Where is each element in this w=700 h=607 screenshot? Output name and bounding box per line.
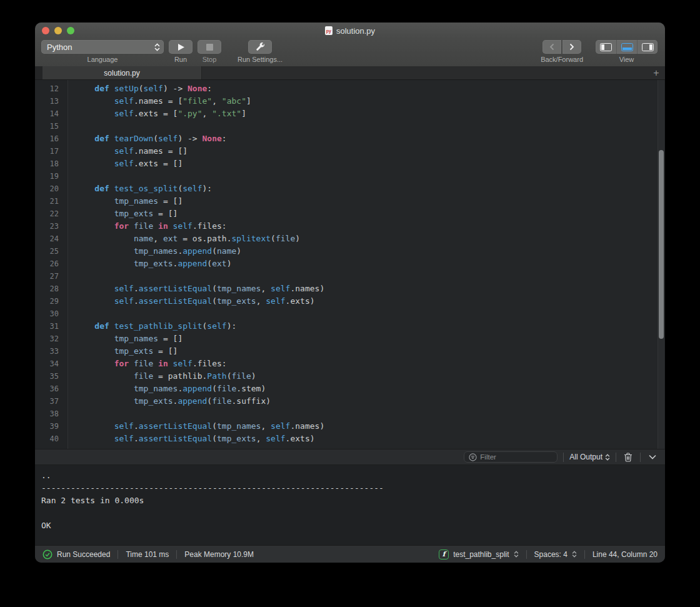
code-line[interactable]: self.names = [] — [75, 145, 665, 158]
back-forward-group: Back/Forward — [541, 40, 583, 63]
line-number: 29 — [35, 295, 59, 308]
code-line[interactable]: tmp_names.append(name) — [75, 245, 665, 258]
line-number: 14 — [35, 108, 59, 120]
chevron-right-icon — [569, 43, 575, 51]
code-line[interactable]: tmp_exts = [] — [75, 345, 665, 358]
add-tab-button[interactable]: + — [648, 66, 665, 79]
editor-scrollbar-thumb[interactable] — [659, 150, 664, 339]
code-line[interactable]: self.names = ["file", "abc"] — [75, 95, 665, 108]
title-bar[interactable]: py solution.py — [35, 23, 665, 39]
code-editor[interactable]: 1213141516171819202122232425262728293031… — [35, 80, 665, 449]
run-group: Run — [169, 40, 192, 63]
line-number: 17 — [35, 145, 59, 158]
stop-icon — [206, 44, 213, 51]
code-line[interactable]: file = pathlib.Path(file) — [75, 370, 665, 383]
line-number: 15 — [35, 120, 59, 133]
code-line[interactable]: tmp_names = [] — [75, 195, 665, 208]
line-number: 21 — [35, 195, 59, 208]
indentation-dropdown[interactable]: Spaces: 4 — [534, 550, 577, 559]
code-line[interactable]: tmp_names.append(file.stem) — [75, 383, 665, 395]
line-number: 37 — [35, 395, 59, 408]
run-button[interactable] — [169, 40, 192, 54]
line-number: 28 — [35, 283, 59, 295]
code-line[interactable] — [75, 170, 665, 183]
view-bottom-panel-button[interactable] — [616, 40, 637, 54]
app-window: py solution.py Python Language Run — [35, 23, 665, 563]
code-line[interactable]: def tearDown(self) -> None: — [75, 133, 665, 145]
python-file-icon: py — [325, 26, 332, 35]
code-line[interactable]: self.exts = [] — [75, 158, 665, 170]
code-line[interactable]: tmp_exts.append(ext) — [75, 258, 665, 270]
console-line: OK — [41, 519, 665, 532]
divider — [563, 453, 564, 462]
code-lines[interactable]: def setUp(self) -> None: self.names = ["… — [68, 80, 665, 449]
code-line[interactable] — [75, 270, 665, 283]
minimize-window-button[interactable] — [54, 27, 62, 34]
clear-console-button[interactable] — [622, 451, 634, 463]
main-toolbar: Python Language Run Stop — [35, 39, 665, 66]
code-line[interactable]: self.assertListEqual(tmp_names, self.nam… — [75, 420, 665, 433]
output-filter-value: All Output — [569, 453, 602, 461]
filter-input[interactable]: Filter — [464, 451, 558, 463]
line-number: 19 — [35, 170, 59, 183]
left-panel-icon — [600, 43, 612, 51]
code-line[interactable]: self.exts = [".py", ".txt"] — [75, 108, 665, 120]
language-dropdown[interactable]: Python — [41, 40, 164, 54]
run-settings-group: Run Settings... — [238, 40, 282, 63]
run-status-label: Run Succeeded — [57, 550, 110, 559]
line-number: 32 — [35, 333, 59, 345]
line-number: 13 — [35, 95, 59, 108]
console-toolbar: Filter All Output — [35, 449, 665, 465]
view-label: View — [619, 56, 634, 63]
stop-group: Stop — [198, 40, 221, 63]
collapse-console-button[interactable] — [646, 451, 659, 463]
line-number: 20 — [35, 183, 59, 195]
code-line[interactable]: for file in self.files: — [75, 220, 665, 233]
forward-button[interactable] — [562, 40, 581, 54]
code-line[interactable]: self.assertListEqual(tmp_names, self.nam… — [75, 283, 665, 295]
tab-solution-py[interactable]: solution.py — [42, 66, 202, 79]
code-line[interactable]: def test_pathlib_split(self): — [75, 320, 665, 333]
gutter: 1213141516171819202122232425262728293031… — [35, 80, 68, 449]
symbol-navigator-dropdown[interactable]: f test_pathlib_split — [439, 549, 518, 559]
view-right-panel-button[interactable] — [637, 40, 658, 54]
back-button[interactable] — [542, 40, 561, 54]
zoom-window-button[interactable] — [67, 27, 74, 34]
status-bar: Run Succeeded Time 101 ms Peak Memory 10… — [35, 545, 665, 563]
code-line[interactable] — [75, 308, 665, 320]
divider — [118, 550, 118, 559]
code-line[interactable]: for file in self.files: — [75, 358, 665, 370]
check-circle-icon — [42, 549, 52, 559]
symbol-name: test_pathlib_split — [453, 550, 509, 559]
chevron-left-icon — [549, 43, 555, 51]
code-line[interactable]: tmp_exts = [] — [75, 208, 665, 220]
cursor-position: Line 44, Column 20 — [592, 550, 658, 559]
divider — [640, 453, 641, 462]
code-line[interactable]: def test_os_split(self): — [75, 183, 665, 195]
line-number: 23 — [35, 220, 59, 233]
code-line[interactable] — [75, 408, 665, 420]
language-label: Language — [88, 56, 118, 63]
chevron-up-down-icon — [514, 551, 519, 558]
line-number: 39 — [35, 420, 59, 433]
view-left-panel-button[interactable] — [596, 40, 616, 54]
tab-bar-spacer — [35, 66, 42, 79]
code-line[interactable]: tmp_exts.append(file.suffix) — [75, 395, 665, 408]
code-line[interactable]: def setUp(self) -> None: — [75, 83, 665, 95]
code-line[interactable]: name, ext = os.path.splitext(file) — [75, 233, 665, 245]
function-icon: f — [439, 549, 449, 559]
output-filter-dropdown[interactable]: All Output — [569, 453, 610, 461]
stop-button[interactable] — [198, 40, 221, 54]
tab-bar: solution.py + — [35, 66, 665, 80]
code-line[interactable]: tmp_names = [] — [75, 333, 665, 345]
trash-icon — [624, 453, 632, 462]
view-group: View — [596, 40, 658, 63]
close-window-button[interactable] — [42, 27, 49, 34]
code-line[interactable] — [75, 120, 665, 133]
code-line[interactable]: self.assertListEqual(tmp_exts, self.exts… — [75, 295, 665, 308]
divider — [616, 453, 616, 462]
code-line[interactable]: self.assertListEqual(tmp_exts, self.exts… — [75, 433, 665, 445]
run-settings-button[interactable] — [248, 40, 272, 54]
line-number: 24 — [35, 233, 59, 245]
console-line: Ran 2 tests in 0.000s — [41, 494, 665, 507]
